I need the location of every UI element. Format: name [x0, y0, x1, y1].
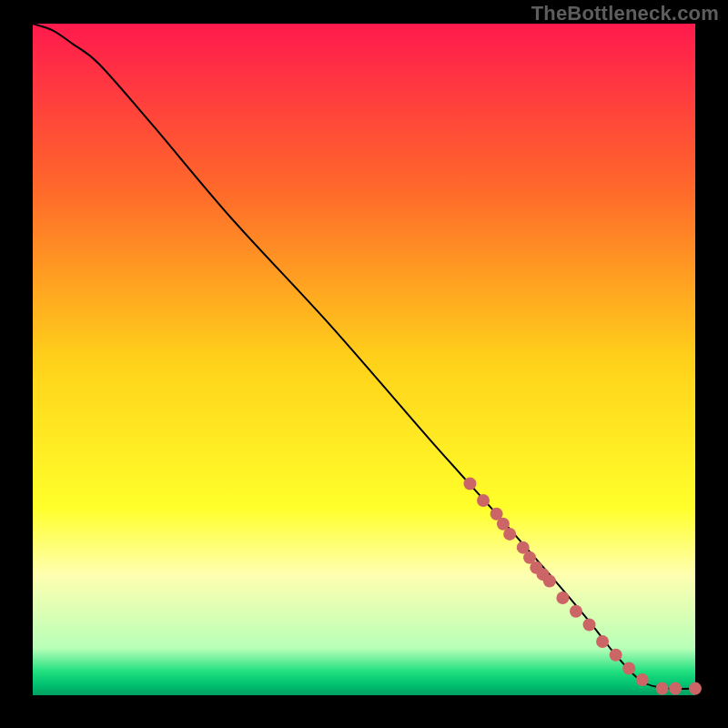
marker-dot	[610, 649, 622, 662]
marker-dot	[570, 605, 582, 618]
marker-dot	[656, 682, 669, 695]
marker-dot	[669, 682, 682, 695]
marker-dot	[689, 682, 702, 695]
marker-dot	[477, 494, 490, 507]
marker-dot	[503, 528, 516, 541]
marker-dot	[543, 575, 556, 588]
marker-dot	[556, 592, 569, 604]
marker-dot	[596, 635, 609, 648]
chart-root: TheBottleneck.com	[0, 0, 728, 728]
chart-svg	[0, 0, 728, 728]
watermark-text: TheBottleneck.com	[531, 2, 719, 25]
marker-dot	[583, 619, 596, 632]
marker-dot	[622, 662, 635, 674]
marker-dot	[636, 673, 649, 686]
plot-background	[33, 24, 695, 695]
marker-dot	[463, 478, 476, 490]
